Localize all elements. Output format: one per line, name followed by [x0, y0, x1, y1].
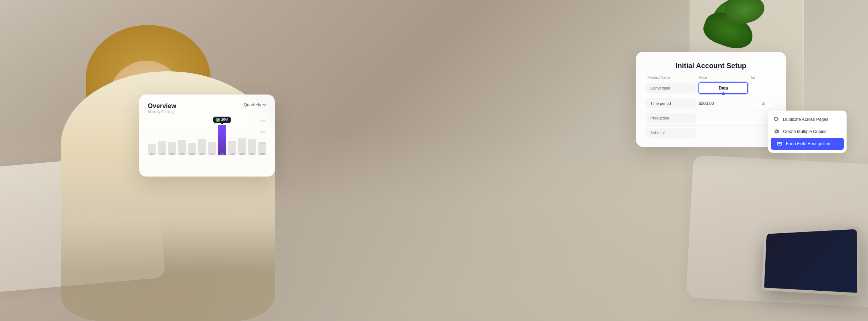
account-card: Initial Account Setup Product Name Price… [636, 52, 786, 147]
header-price: Price [699, 76, 747, 80]
y-axis-label: 40% [261, 119, 266, 122]
laptop [762, 226, 861, 296]
y-axis-label: 10% [261, 153, 266, 155]
divider [646, 96, 776, 96]
bar-column: Oct [238, 119, 246, 155]
menu-item-form-field[interactable]: Form Field Recognition [771, 138, 844, 150]
menu-label-form-field: Form Field Recognition [786, 141, 830, 146]
bar-column: Nov [248, 119, 256, 155]
bar[interactable] [218, 125, 226, 155]
chevron-down-icon [263, 103, 266, 107]
bar-column: Jun [198, 119, 206, 155]
row-timeperiod-count: 2 [751, 101, 776, 106]
bar-month-label: Jul [211, 153, 214, 155]
menu-item-copies[interactable]: Create Multiple Copies [768, 126, 847, 138]
bar-column: Apr [178, 119, 186, 155]
table-header: Product Name Price Tot [646, 76, 776, 80]
bar-column: May [188, 119, 196, 155]
bar-column: Mar [168, 119, 176, 155]
bar-column: Feb [158, 119, 166, 155]
table-row: Time period $500.00 2 [646, 98, 776, 108]
bar-chart: JanFebMarAprMayJunJulAug↗35%SepOctNovDec… [148, 119, 266, 162]
context-menu: Duplicate Across Pages Create Multiple C… [768, 111, 847, 153]
menu-label-duplicate: Duplicate Across Pages [783, 117, 828, 122]
bar-column: Aug↗35% [218, 119, 226, 155]
trend-icon: ↗ [216, 118, 220, 122]
account-title: Initial Account Setup [646, 62, 776, 70]
bar-month-label: Oct [240, 153, 244, 155]
field-handle [722, 92, 725, 95]
copy-icon [774, 129, 779, 134]
row-production-label: Production [646, 113, 696, 123]
tooltip-percent: 35% [221, 118, 228, 122]
bar-month-label: Nov [250, 153, 254, 155]
data-field-wrap: Data [698, 82, 748, 94]
header-total: Tot [750, 76, 774, 80]
menu-item-duplicate[interactable]: Duplicate Across Pages [768, 113, 847, 126]
overview-card: Overview Monthly Earning Quarterly JanFe… [139, 95, 275, 177]
menu-label-copies: Create Multiple Copies [783, 129, 826, 134]
quarterly-label: Quarterly [244, 102, 261, 107]
y-axis-label: 30% [261, 131, 266, 133]
svg-rect-1 [774, 117, 777, 120]
bar-month-label: Feb [160, 153, 164, 155]
subtotal-label: Subtotal [646, 128, 696, 138]
y-axis: 40%30%20%10% [261, 119, 266, 155]
duplicate-icon [774, 117, 779, 122]
bar-month-label: Mar [170, 153, 174, 155]
quarterly-button[interactable]: Quarterly [244, 102, 266, 107]
monthly-label: Monthly Earning [148, 110, 176, 114]
bar-month-label: Apr [180, 153, 184, 155]
bar-month-label: Sep [230, 153, 234, 155]
form-icon [777, 141, 782, 147]
table-row: Conversion Data [646, 82, 776, 94]
header-product: Product Name [647, 76, 696, 80]
bar-column: Jan [148, 119, 156, 155]
y-axis-label: 20% [261, 142, 266, 144]
bar-column: Jul [208, 119, 216, 155]
table-row: Subtotal [646, 128, 776, 138]
overview-title: Overview [148, 102, 176, 110]
divider [646, 125, 776, 126]
bar-month-label: Jun [200, 153, 204, 155]
background-scene [0, 0, 868, 321]
row-timeperiod-price: $500.00 [698, 101, 748, 106]
bar-month-label: May [190, 153, 194, 155]
bar-month-label: Aug [220, 153, 224, 155]
row-timeperiod-label: Time period [646, 98, 696, 108]
divider [646, 111, 776, 111]
bar-column: Sep [228, 119, 236, 155]
table-row: Production [646, 113, 776, 123]
bar-month-label: Jan [150, 153, 154, 155]
row-conversion-label: Conversion [646, 83, 696, 93]
overview-header: Overview Monthly Earning Quarterly [148, 102, 266, 118]
